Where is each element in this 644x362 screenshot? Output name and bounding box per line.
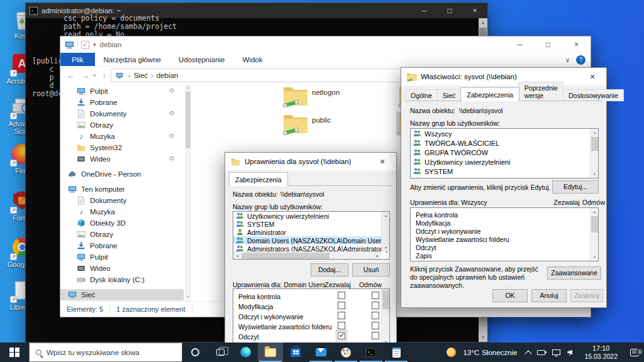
taskbar-task-view-button[interactable]: [208, 343, 233, 362]
sidebar-item-obrazy[interactable]: Obrazy: [60, 119, 184, 131]
taskbar-edge-button[interactable]: [233, 343, 258, 362]
apply-button[interactable]: Zastosuj: [570, 289, 603, 302]
scroll-left-icon[interactable]: [233, 252, 241, 260]
tab-zabezpieczenia[interactable]: Zabezpieczenia: [460, 87, 519, 101]
taskbar-mail-button[interactable]: [308, 343, 333, 362]
sidebar-item-onedrive[interactable]: OneDrive - Person: [60, 168, 184, 180]
tab-zabezpieczenia[interactable]: Zabezpieczenia: [229, 172, 288, 186]
vertical-scrollbar[interactable]: [590, 208, 598, 261]
list-item[interactable]: Użytkownicy uwierzytelnieni: [233, 212, 389, 220]
power-tray-icon[interactable]: [537, 350, 545, 355]
taskbar-cmd-button[interactable]: [358, 343, 384, 362]
scroll-down-icon[interactable]: [479, 333, 487, 342]
tab-narzedzia-glowne[interactable]: Narzędzia główne: [95, 53, 170, 66]
forward-button[interactable]: [81, 71, 89, 80]
checkbox-wyswietlanie-allow[interactable]: [338, 322, 345, 329]
dialog-titlebar[interactable]: Uprawnienia dla sysvol (\\debian): [225, 153, 396, 170]
sidebar-item-muzyka-2[interactable]: Muzyka: [60, 206, 184, 217]
sidebar-item-ten-komputer[interactable]: Ten komputer: [60, 184, 184, 195]
breadcrumb-debian[interactable]: debian: [157, 72, 179, 79]
minimize-button[interactable]: [412, 3, 437, 18]
list-item[interactable]: Administrator: [411, 176, 598, 178]
sidebar-item-pulpit[interactable]: Pulpit: [60, 85, 184, 97]
checkbox-pelna-kontrola-deny[interactable]: [372, 292, 379, 299]
list-item[interactable]: TWÓRCA-WŁAŚCICIEL: [411, 138, 598, 148]
sidebar-item-wideo[interactable]: Wideo: [60, 153, 184, 165]
close-button[interactable]: [369, 153, 396, 170]
tab-ogolne[interactable]: Ogólne: [405, 89, 438, 101]
volume-tray-icon[interactable]: [567, 349, 570, 356]
checkbox-odczyt-allow[interactable]: [338, 332, 345, 339]
file-tile-public[interactable]: public: [280, 112, 396, 136]
taskbar-paint-button[interactable]: [333, 343, 358, 362]
list-item-selected[interactable]: Domain Users (NASZASZKOLA\Domain Users): [233, 236, 389, 244]
action-center-button[interactable]: 1: [625, 349, 644, 356]
scrollbar-thumb[interactable]: [242, 253, 330, 259]
advanced-button[interactable]: Zaawansowane: [547, 266, 601, 280]
scrollbar-thumb[interactable]: [186, 92, 191, 148]
taskbar-notepad-button[interactable]: [384, 343, 409, 362]
scroll-down-icon[interactable]: [591, 253, 599, 261]
sidebar-item-dokumenty-2[interactable]: Dokumenty: [60, 195, 184, 206]
checkbox-modyfikacja-deny[interactable]: [372, 302, 379, 309]
list-item[interactable]: Użytkownicy uwierzytelnieni: [411, 157, 598, 167]
taskbar-clock[interactable]: 17:10 15.03.2022: [584, 344, 618, 361]
scroll-up-icon[interactable]: [479, 18, 487, 27]
scroll-right-icon[interactable]: [374, 252, 381, 260]
scroll-up-icon[interactable]: [591, 208, 599, 216]
nav-scrollbar[interactable]: [185, 84, 191, 301]
remove-button[interactable]: Usuń: [352, 263, 390, 277]
ok-button[interactable]: OK: [492, 289, 528, 302]
minimize-button[interactable]: [506, 36, 534, 53]
sidebar-item-pobrane[interactable]: Pobrane: [60, 97, 184, 108]
scrollbar-thumb[interactable]: [591, 137, 598, 151]
tab-plik[interactable]: Plik: [60, 53, 95, 66]
up-button[interactable]: [103, 71, 107, 80]
sidebar-item-obrazy-2[interactable]: Obrazy: [60, 229, 184, 240]
tab-udostepnianie[interactable]: Udostępnianie: [170, 53, 234, 66]
scroll-up-icon[interactable]: [591, 129, 599, 136]
quick-access-customize-icon[interactable]: [93, 41, 96, 48]
expand-ribbon-icon[interactable]: [565, 57, 570, 63]
weather-widget[interactable]: 13°C Słonecznie: [447, 348, 517, 357]
maximize-button[interactable]: [534, 36, 562, 53]
quick-access-properties-icon[interactable]: [81, 41, 89, 49]
breadcrumb-siec[interactable]: Sieć: [134, 72, 148, 79]
tray-expand-icon[interactable]: [525, 350, 532, 357]
taskbar-explorer-button[interactable]: [258, 343, 283, 362]
tab-poprzednie-wersje[interactable]: Poprzednie wersje: [519, 82, 564, 101]
sidebar-item-system32[interactable]: System32: [60, 142, 184, 153]
start-button[interactable]: [0, 343, 29, 362]
close-button[interactable]: [579, 68, 606, 85]
scroll-up-icon[interactable]: [382, 212, 390, 219]
sidebar-item-obiekty-3d[interactable]: Obiekty 3D: [60, 217, 184, 229]
close-button[interactable]: [562, 36, 591, 53]
tab-widok[interactable]: Widok: [233, 53, 271, 66]
close-button[interactable]: [462, 3, 487, 18]
checkbox-odczyt-i-wykonywanie-deny[interactable]: [372, 312, 379, 319]
sidebar-item-siec[interactable]: Sieć: [60, 289, 184, 300]
list-item[interactable]: SYSTEM: [411, 167, 598, 176]
sidebar-item-dysk-c[interactable]: Dysk lokalny (C:): [60, 274, 184, 285]
checkbox-wyswietlanie-deny[interactable]: [372, 322, 379, 329]
checkbox-odczyt-deny[interactable]: [372, 332, 379, 339]
list-item[interactable]: Administrator: [233, 228, 389, 236]
checkbox-pelna-kontrola-allow[interactable]: [338, 292, 345, 299]
dialog-titlebar[interactable]: Właściwości: sysvol (\\debian): [401, 68, 606, 85]
list-item[interactable]: GRUPA TWÓRCÓW: [411, 148, 598, 157]
sidebar-item-wideo-2[interactable]: Wideo: [60, 263, 184, 274]
sidebar-item-pobrane-2[interactable]: Pobrane: [60, 240, 184, 251]
list-item[interactable]: Wszyscy: [411, 129, 598, 138]
checkbox-odczyt-i-wykonywanie-allow[interactable]: [338, 312, 345, 319]
maximize-button[interactable]: [437, 3, 462, 18]
taskbar-store-button[interactable]: [283, 343, 308, 362]
horizontal-scrollbar[interactable]: [233, 251, 381, 259]
cancel-button[interactable]: Anuluj: [531, 289, 567, 302]
scroll-down-icon[interactable]: [382, 244, 390, 251]
taskbar-cortana-button[interactable]: [182, 343, 208, 362]
tab-siec[interactable]: Sieć: [437, 89, 461, 101]
scroll-up-icon[interactable]: [185, 84, 191, 90]
taskbar-search[interactable]: Wpisz tu wyszukiwane słowa: [29, 343, 182, 362]
tab-dostosowywanie[interactable]: Dostosowywanie: [563, 89, 624, 101]
sidebar-item-pulpit-2[interactable]: Pulpit: [60, 251, 184, 263]
